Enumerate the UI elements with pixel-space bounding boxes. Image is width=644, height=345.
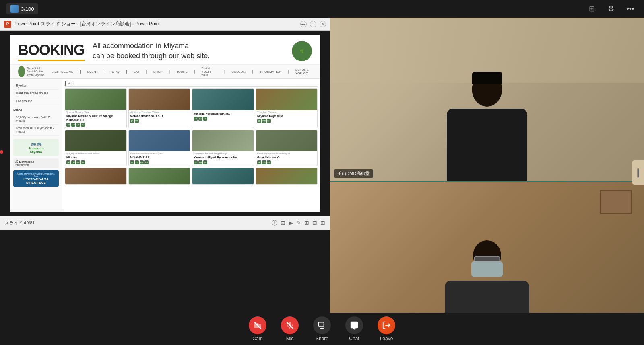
ppt-sections-icon[interactable]: ⊟	[281, 220, 285, 227]
property-tag-2: Within the Thatched Village	[130, 111, 189, 113]
slide-body: Ryokan Rent the entire house For groups …	[10, 79, 320, 212]
prop-icon-en6: EN	[140, 160, 144, 164]
property-icons-4: JP TW EN	[257, 119, 316, 123]
property-tag-5: Staying at thatched roof house	[66, 152, 125, 155]
sidebar-ryokan: Ryokan	[13, 82, 59, 90]
nav-sep3: |	[126, 70, 127, 74]
property-name-3: Miyama Futon&Breakfast	[194, 112, 252, 115]
property-name-4: Miyama Kaya villa	[257, 114, 316, 118]
prop-icon-jp: JP	[66, 123, 70, 127]
close-button[interactable]: ×	[320, 21, 326, 27]
sidebar-rent: Rent the entire house	[13, 90, 59, 97]
property-name-7: Yamazato Ryori Ryokan Inobe	[194, 156, 252, 159]
prop-icon-tw3: TW	[198, 117, 202, 121]
property-card-3: Miyama Futon&Breakfast JP TW EN	[192, 88, 254, 128]
cam-button[interactable]: Cam	[243, 314, 272, 343]
property-grid: Special Miyama Time Miyama Nature & Cult…	[65, 88, 318, 185]
property-img-1	[65, 89, 126, 110]
share-button[interactable]: Share	[308, 314, 336, 343]
prop-icon-tw8: TW	[262, 160, 266, 164]
ppt-titlebar: P PowerPoint スライド ショー - [台湾オンライン商談会] - P…	[0, 18, 330, 31]
property-icons-7: JP TW EN	[194, 160, 252, 164]
property-name-2: Matabe thatched B & B	[130, 114, 189, 118]
nav-before: BEFORE YOU GO	[295, 68, 312, 75]
booking-subtitle: All accommodation in Miyama can be booke…	[93, 41, 210, 61]
leave-button[interactable]: Leave	[372, 314, 401, 343]
top-bar: 3/100 ⊞ ⚙ •••	[0, 0, 644, 18]
more-options-button[interactable]: •••	[623, 2, 638, 16]
nav-information: INFORMATION	[259, 70, 281, 74]
property-info-6: Stay thatched house with your MIYAMA EIS…	[129, 151, 190, 166]
property-icons-3: JP TW EN	[194, 117, 252, 121]
property-tag-6: Stay thatched house with your	[130, 152, 189, 155]
nav-shop: SHOP	[153, 70, 163, 74]
slide-page-info: スライド 49/81	[5, 220, 35, 226]
prop-icon-tw: TW	[71, 123, 75, 127]
property-tag-8: Local experience in relaxing at	[257, 152, 316, 155]
mic-label: Mic	[286, 336, 294, 341]
property-name-8: Guest House Yu	[257, 156, 316, 159]
property-card-6: Stay thatched house with your MIYAMA EIS…	[128, 130, 190, 166]
ppt-play-icon[interactable]: ▶	[289, 220, 293, 227]
property-img-9	[65, 168, 126, 184]
minimize-button[interactable]: —	[300, 21, 307, 27]
slide-navigation: The official Tourist GuideKyoto Miyama S…	[10, 65, 320, 79]
property-img-3	[192, 89, 254, 110]
ppt-multiview-icon[interactable]: ⊟	[312, 220, 317, 227]
property-img-12	[256, 168, 317, 184]
mic-button[interactable]: Mic	[275, 314, 304, 343]
property-img-6	[129, 130, 190, 151]
prop-icon-en5: EN	[76, 160, 80, 164]
sidebar-access: 🚌🚌 Access toMiyama	[13, 139, 59, 156]
property-tag-1: Special Miyama Time	[66, 111, 125, 113]
leave-icon	[378, 316, 395, 334]
ppt-app-icon: P	[4, 21, 11, 28]
property-info-3: Miyama Futon&Breakfast JP TW EN	[192, 110, 254, 122]
nav-sep7: |	[224, 70, 225, 74]
maximize-button[interactable]: □	[310, 21, 316, 27]
property-tag-7: Satoyama Inn with long history	[194, 152, 252, 155]
sidebar-bus: Go to Miyama by Keifukukyakusha Bus KYOT…	[13, 170, 59, 187]
gear-icon: ⚙	[608, 4, 614, 13]
ppt-annotation-icon[interactable]: ✎	[296, 220, 301, 227]
nav-sep2: |	[104, 70, 105, 74]
all-label: ▌ ALL	[65, 81, 318, 87]
mic-icon	[281, 316, 299, 334]
sidebar-price-header: Price	[13, 108, 59, 112]
video-area: 美山DMO高御堂 瑞恩國際	[330, 18, 644, 345]
ppt-content: BOOKING All accommodation in Miyama can …	[0, 31, 330, 216]
slide-booking-header: BOOKING All accommodation in Miyama can …	[10, 35, 320, 65]
ppt-window-title: PowerPoint スライド ショー - [台湾オンライン商談会] - Pow…	[14, 21, 297, 27]
property-tag-4: Thatched Cottage	[257, 111, 316, 113]
kyoto-logo-text: The official Tourist GuideKyoto Miyama	[27, 67, 45, 77]
slide-count-label: 3/100	[21, 6, 34, 12]
chat-icon	[345, 316, 363, 334]
property-card-8: Local experience in relaxing at Guest Ho…	[256, 130, 318, 166]
slide-counter: 3/100	[6, 3, 38, 14]
control-bar: Cam Mic Share Chat	[0, 313, 644, 345]
property-img-2	[129, 89, 190, 110]
property-card-9	[65, 168, 127, 185]
share-icon	[313, 316, 331, 334]
nav-column: COLUMN	[231, 70, 246, 74]
settings-button[interactable]: ⚙	[604, 2, 618, 16]
slide-sidebar: Ryokan Rent the entire house For groups …	[10, 79, 62, 212]
booking-logo: 🌿	[292, 41, 312, 61]
prop-icon-en3: EN	[203, 117, 207, 121]
nav-sep9: |	[288, 70, 289, 74]
nav-plan: PLAN YOUR TRIP	[201, 66, 218, 77]
property-info-4: Thatched Cottage Miyama Kaya villa JP TW…	[256, 110, 317, 124]
panel-toggle-button[interactable]: ❙	[632, 160, 644, 185]
ppt-info-icon[interactable]: ⓘ	[272, 220, 277, 227]
ppt-bottom-icons: ⓘ ⊟ ▶ ✎ ⊞ ⊟ ⊡	[272, 220, 325, 227]
ppt-zoom-icon[interactable]: ⊡	[320, 220, 325, 227]
booking-title: BOOKING	[18, 42, 85, 61]
prop-icon-en: EN	[76, 123, 80, 127]
ppt-grid-icon[interactable]: ⊞	[304, 220, 309, 227]
chat-button[interactable]: Chat	[340, 314, 369, 343]
person-container	[427, 60, 547, 181]
gallery-view-button[interactable]: ⊞	[584, 2, 599, 16]
prop-icon-tw2: TW	[135, 119, 139, 123]
kyoto-logo-icon	[18, 66, 25, 77]
nav-eat: EAT	[134, 70, 140, 74]
